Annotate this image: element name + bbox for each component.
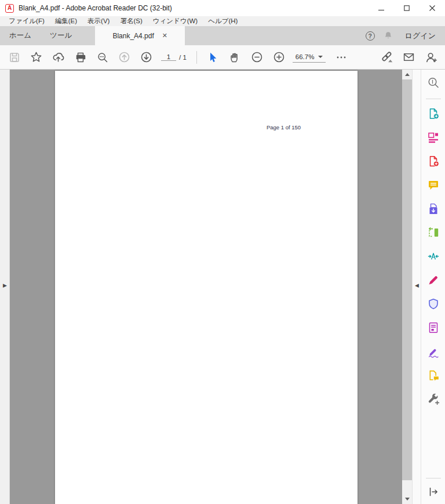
right-pane-strip: ◀ [412, 70, 421, 504]
minimize-button[interactable] [369, 0, 394, 16]
minimize-icon [378, 5, 384, 11]
find-button[interactable] [94, 49, 111, 66]
request-signatures-button[interactable] [425, 343, 442, 360]
arrow-up-circle-icon [118, 51, 130, 63]
acrobat-reader-window: A Blank_A4.pdf - Adobe Acrobat Reader DC… [0, 0, 445, 504]
comment-button[interactable] [425, 176, 442, 194]
search-icon [97, 52, 108, 63]
menu-file[interactable]: ファイル(F) [3, 17, 50, 26]
menu-bar: ファイル(F) 編集(E) 表示(V) 署名(S) ウィンドウ(W) ヘルプ(H… [0, 16, 445, 26]
document-viewport[interactable]: Page 1 of 150 [10, 70, 402, 504]
menu-help[interactable]: ヘルプ(H) [203, 17, 243, 26]
page-header-text: Page 1 of 150 [267, 124, 301, 130]
create-pdf-button[interactable] [425, 153, 442, 170]
combine-files-button[interactable] [425, 200, 442, 217]
save-button[interactable] [6, 49, 23, 66]
tab-tools[interactable]: ツール [41, 26, 81, 45]
print-icon [75, 52, 86, 63]
scroll-up-button[interactable] [402, 70, 412, 79]
content-area: ▶ Page 1 of 150 ◀ [0, 70, 445, 504]
arrow-down-circle-icon [140, 51, 152, 63]
prepare-form-icon [427, 321, 440, 334]
close-icon [429, 5, 435, 11]
title-bar: A Blank_A4.pdf - Adobe Acrobat Reader DC… [0, 0, 445, 16]
compress-pdf-button[interactable] [425, 248, 442, 265]
minus-circle-icon [251, 51, 263, 63]
fill-sign-button[interactable] [425, 271, 442, 289]
menu-edit[interactable]: 編集(E) [50, 17, 82, 26]
link-icon [380, 50, 393, 64]
add-person-icon [425, 51, 437, 64]
right-pane-toggle[interactable]: ◀ [413, 280, 421, 291]
add-tools-button[interactable] [425, 390, 442, 408]
login-button[interactable]: ログイン [405, 31, 436, 41]
tab-bar: ホーム ツール Blank_A4.pdf ✕ ? ログイン [0, 26, 445, 45]
menu-sign[interactable]: 署名(S) [115, 17, 147, 26]
selection-tool-button[interactable] [205, 49, 221, 66]
maximize-button[interactable] [394, 0, 420, 16]
scan-ocr-button[interactable] [425, 224, 442, 241]
next-page-button[interactable] [138, 49, 155, 66]
share-with-people-button[interactable] [422, 49, 439, 66]
print-button[interactable] [72, 49, 89, 66]
edit-pdf-button[interactable] [425, 129, 442, 146]
ellipsis-icon [335, 52, 347, 63]
share-link-button[interactable] [378, 49, 395, 66]
search-tools-button[interactable] [425, 74, 442, 92]
help-icon[interactable]: ? [366, 31, 375, 41]
zoom-out-button[interactable] [249, 49, 265, 66]
expand-tools-pane-button[interactable] [425, 483, 442, 501]
fill-sign-icon [427, 274, 440, 287]
left-pane-toggle[interactable]: ▶ [0, 280, 10, 291]
send-for-comments-button[interactable] [425, 367, 442, 384]
left-pane-strip: ▶ [0, 70, 10, 504]
tab-document[interactable]: Blank_A4.pdf ✕ [95, 26, 185, 45]
protect-button[interactable] [425, 295, 442, 313]
more-tools-ellipsis-button[interactable] [333, 49, 349, 66]
share-cloud-button[interactable] [50, 49, 67, 66]
scroll-down-button[interactable] [402, 494, 412, 504]
search-tools-icon [427, 77, 440, 89]
scan-ocr-icon [427, 226, 440, 239]
window-controls [369, 0, 445, 16]
notifications-bell-icon[interactable] [383, 31, 393, 41]
zoom-level-dropdown[interactable]: 66.7% [293, 52, 326, 63]
cloud-upload-icon [52, 51, 64, 63]
more-tools-icon [427, 393, 440, 405]
window-title: Blank_A4.pdf - Adobe Acrobat Reader DC (… [19, 4, 172, 12]
tab-home[interactable]: ホーム [0, 26, 41, 45]
tools-panel-divider [426, 99, 441, 99]
prepare-form-button[interactable] [425, 319, 442, 336]
zoom-in-button[interactable] [271, 49, 287, 66]
vertical-scrollbar[interactable] [402, 70, 412, 504]
page-total-label: / 1 [179, 54, 187, 61]
menu-view[interactable]: 表示(V) [82, 17, 115, 26]
compress-pdf-icon [427, 250, 440, 263]
tools-panel-bottom [421, 478, 445, 501]
send-for-comments-icon [427, 369, 440, 382]
triangle-down-icon [405, 498, 410, 501]
combine-files-icon [427, 202, 440, 215]
tools-panel [421, 70, 445, 504]
hand-icon [229, 52, 240, 63]
scrollbar-thumb[interactable] [402, 79, 412, 480]
export-pdf-icon [427, 107, 440, 120]
edit-pdf-icon [427, 131, 440, 144]
save-icon [9, 52, 20, 63]
envelope-icon [403, 51, 415, 63]
page-number-input[interactable] [161, 53, 176, 61]
triangle-up-icon [405, 73, 410, 76]
menu-window[interactable]: ウィンドウ(W) [148, 17, 203, 26]
request-signatures-icon [427, 345, 440, 358]
export-pdf-button[interactable] [425, 105, 442, 122]
close-button[interactable] [420, 0, 445, 16]
maximize-icon [404, 5, 410, 11]
send-email-button[interactable] [400, 49, 417, 66]
main-toolbar: / 1 66.7% [0, 45, 445, 70]
previous-page-button[interactable] [116, 49, 133, 66]
tab-close-icon[interactable]: ✕ [162, 32, 167, 39]
cursor-arrow-icon [207, 52, 218, 63]
favorite-star-button[interactable] [28, 49, 45, 66]
acrobat-app-icon: A [5, 4, 14, 13]
hand-tool-button[interactable] [227, 49, 243, 66]
